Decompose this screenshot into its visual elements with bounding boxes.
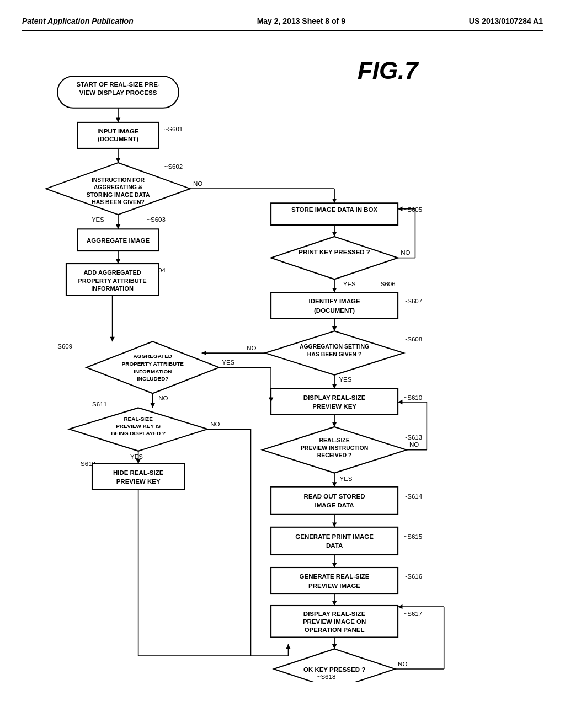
svg-marker-50 bbox=[332, 288, 337, 292]
svg-text:REAL-SIZE: REAL-SIZE bbox=[124, 416, 153, 422]
svg-marker-71 bbox=[87, 341, 219, 393]
svg-text:YES: YES bbox=[92, 216, 104, 223]
svg-marker-158 bbox=[110, 337, 114, 341]
svg-marker-136 bbox=[332, 601, 337, 606]
svg-text:YES: YES bbox=[222, 359, 234, 366]
svg-text:INFORMATION: INFORMATION bbox=[91, 285, 134, 292]
svg-marker-25 bbox=[116, 224, 120, 229]
svg-text:DATA: DATA bbox=[326, 542, 343, 549]
svg-text:AGGREGATION SETTING: AGGREGATION SETTING bbox=[300, 344, 369, 350]
svg-text:BEING DISPLAYED ?: BEING DISPLAYED ? bbox=[111, 430, 166, 436]
svg-text:STORING IMAGE DATA: STORING IMAGE DATA bbox=[87, 192, 150, 198]
svg-marker-66 bbox=[332, 384, 337, 389]
svg-marker-102 bbox=[286, 644, 290, 649]
svg-marker-11 bbox=[116, 158, 120, 163]
svg-text:PREVIEW INSTRUCTION: PREVIEW INSTRUCTION bbox=[301, 445, 368, 451]
svg-text:PROPERTY ATTRIBUTE: PROPERTY ATTRIBUTE bbox=[78, 277, 147, 284]
svg-text:PREVIEW KEY: PREVIEW KEY bbox=[116, 478, 161, 485]
svg-text:PREVIEW IMAGE: PREVIEW IMAGE bbox=[308, 582, 360, 589]
svg-text:VIEW DISPLAY PROCESS: VIEW DISPLAY PROCESS bbox=[79, 89, 157, 96]
svg-text:PREVIEW KEY IS: PREVIEW KEY IS bbox=[116, 423, 161, 429]
svg-text:GENERATE REAL-SIZE: GENERATE REAL-SIZE bbox=[300, 573, 370, 580]
svg-text:START OF REAL-SIZE PRE-: START OF REAL-SIZE PRE- bbox=[76, 81, 159, 88]
svg-rect-96 bbox=[92, 464, 184, 490]
svg-text:~S605: ~S605 bbox=[404, 206, 423, 213]
svg-text:S606: S606 bbox=[381, 281, 396, 287]
svg-text:NO: NO bbox=[409, 442, 419, 448]
svg-text:NO: NO bbox=[401, 249, 410, 256]
svg-text:HAS BEEN GIVEN ?: HAS BEEN GIVEN ? bbox=[307, 351, 362, 357]
page: Patent Application Publication May 2, 20… bbox=[0, 0, 565, 728]
svg-text:~S616: ~S616 bbox=[404, 573, 423, 580]
svg-text:~S603: ~S603 bbox=[147, 216, 166, 223]
svg-text:(DOCUMENT): (DOCUMENT) bbox=[314, 307, 355, 314]
svg-rect-67 bbox=[271, 389, 398, 415]
svg-text:PROPERTY ATTRIBUTE: PROPERTY ATTRIBUTE bbox=[122, 361, 184, 367]
svg-text:S611: S611 bbox=[92, 401, 107, 408]
svg-marker-39 bbox=[332, 232, 337, 237]
page-header: Patent Application Publication May 2, 20… bbox=[22, 17, 543, 31]
svg-text:S609: S609 bbox=[57, 343, 72, 350]
svg-text:OPERATION PANEL: OPERATION PANEL bbox=[305, 627, 365, 633]
svg-marker-29 bbox=[116, 259, 120, 264]
svg-text:NO: NO bbox=[193, 180, 202, 187]
svg-marker-115 bbox=[398, 400, 402, 404]
svg-text:~S614: ~S614 bbox=[404, 493, 423, 500]
svg-marker-21 bbox=[332, 199, 337, 203]
svg-text:HAS BEEN GIVEN?: HAS BEEN GIVEN? bbox=[92, 199, 145, 205]
svg-text:STORE IMAGE DATA IN BOX: STORE IMAGE DATA IN BOX bbox=[291, 206, 377, 213]
svg-marker-46 bbox=[398, 207, 402, 211]
svg-text:AGGREGATE IMAGE: AGGREGATE IMAGE bbox=[87, 237, 150, 244]
svg-text:~S610: ~S610 bbox=[404, 394, 423, 401]
header-publication: Patent Application Publication bbox=[22, 17, 134, 25]
flowchart-svg: FIG.7 START OF REAL-SIZE PRE- VIEW DISPL… bbox=[22, 47, 543, 682]
svg-text:REAL-SIZE: REAL-SIZE bbox=[319, 437, 350, 443]
svg-rect-119 bbox=[271, 487, 398, 515]
svg-text:OK KEY PRESSED ?: OK KEY PRESSED ? bbox=[303, 666, 365, 673]
svg-text:READ OUT STORED: READ OUT STORED bbox=[304, 493, 365, 500]
svg-text:INSTRUCTION FOR: INSTRUCTION FOR bbox=[92, 177, 145, 183]
diagram-container: FIG.7 START OF REAL-SIZE PRE- VIEW DISPL… bbox=[22, 47, 543, 682]
svg-text:~S608: ~S608 bbox=[404, 336, 423, 342]
svg-marker-105 bbox=[332, 422, 337, 427]
svg-marker-143 bbox=[332, 644, 337, 649]
svg-text:DISPLAY REAL-SIZE: DISPLAY REAL-SIZE bbox=[303, 394, 366, 401]
svg-rect-131 bbox=[271, 568, 398, 593]
svg-marker-151 bbox=[398, 604, 402, 609]
svg-text:YES: YES bbox=[343, 281, 356, 287]
svg-text:PRINT KEY PRESSED ?: PRINT KEY PRESSED ? bbox=[299, 249, 370, 255]
svg-text:PREVIEW KEY: PREVIEW KEY bbox=[312, 404, 356, 410]
svg-text:PREVIEW IMAGE ON: PREVIEW IMAGE ON bbox=[303, 618, 366, 625]
header-patent-number: US 2013/0107284 A1 bbox=[469, 17, 543, 25]
svg-text:DISPLAY REAL-SIZE: DISPLAY REAL-SIZE bbox=[303, 611, 366, 617]
svg-marker-118 bbox=[332, 482, 337, 486]
svg-text:INCLUDED?: INCLUDED? bbox=[137, 376, 168, 382]
svg-marker-63 bbox=[202, 351, 206, 355]
svg-text:(DOCUMENT): (DOCUMENT) bbox=[98, 136, 138, 142]
svg-marker-40 bbox=[271, 237, 398, 279]
svg-marker-95 bbox=[136, 459, 140, 463]
svg-text:NO: NO bbox=[398, 661, 407, 667]
svg-text:~S613: ~S613 bbox=[404, 434, 423, 441]
svg-text:~S618: ~S618 bbox=[317, 673, 336, 680]
svg-text:IMAGE DATA: IMAGE DATA bbox=[315, 502, 354, 508]
svg-marker-5 bbox=[116, 118, 120, 122]
svg-text:INPUT IMAGE: INPUT IMAGE bbox=[97, 128, 139, 135]
svg-text:AGGREGATED: AGGREGATED bbox=[134, 354, 172, 360]
svg-text:~S601: ~S601 bbox=[164, 126, 183, 132]
svg-text:YES: YES bbox=[340, 475, 353, 482]
svg-marker-130 bbox=[332, 563, 337, 568]
svg-text:~S615: ~S615 bbox=[404, 533, 423, 540]
svg-marker-124 bbox=[332, 522, 337, 527]
svg-text:NO: NO bbox=[210, 421, 220, 427]
svg-text:~S602: ~S602 bbox=[164, 163, 183, 170]
svg-text:~S617: ~S617 bbox=[404, 611, 423, 617]
header-date-sheet: May 2, 2013 Sheet 8 of 9 bbox=[257, 17, 345, 25]
svg-text:~S607: ~S607 bbox=[404, 298, 423, 304]
svg-marker-85 bbox=[151, 403, 155, 408]
svg-text:YES: YES bbox=[339, 376, 351, 383]
svg-rect-125 bbox=[271, 527, 398, 555]
svg-text:GENERATE PRINT IMAGE: GENERATE PRINT IMAGE bbox=[295, 533, 374, 540]
svg-text:INFORMATION: INFORMATION bbox=[134, 368, 172, 374]
svg-text:HIDE REAL-SIZE: HIDE REAL-SIZE bbox=[113, 469, 164, 476]
